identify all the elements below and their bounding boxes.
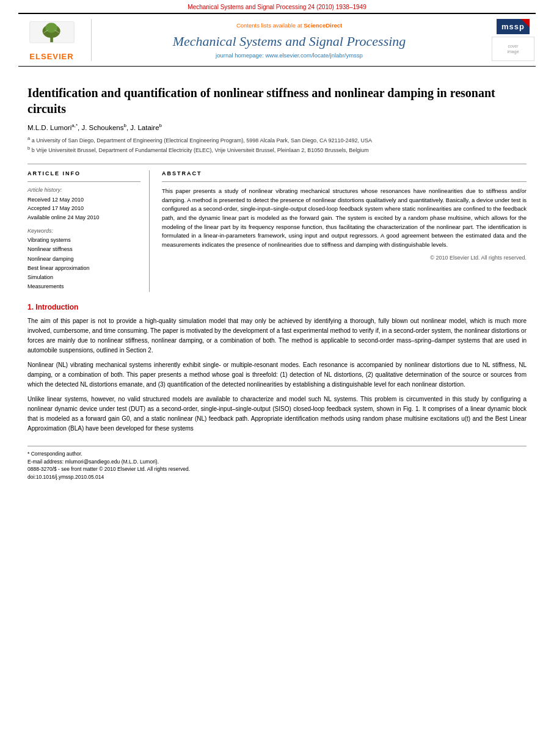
keyword-6: Measurements	[27, 282, 140, 291]
section-title: Introduction	[35, 303, 78, 311]
mssp-badge-section: mssp coverimage	[487, 19, 536, 61]
accepted-date: Accepted 17 May 2010	[27, 204, 140, 213]
article-dates: Received 12 May 2010 Accepted 17 May 201…	[27, 195, 140, 222]
homepage-url[interactable]: www.elsevier.com/locate/jnlabr/ymssp	[265, 52, 362, 59]
paper-title: Identification and quantification of non…	[27, 85, 527, 117]
homepage-label: journal homepage:	[216, 52, 264, 59]
article-history-label: Article history:	[27, 187, 140, 193]
section-number: 1.	[27, 303, 34, 311]
footnote-section: * Corresponding author. E-mail address: …	[27, 446, 527, 481]
article-info-divider	[27, 181, 140, 182]
journal-header: ELSEVIER Contents lists available at Sci…	[18, 13, 536, 67]
keywords-label: Keywords:	[27, 228, 140, 234]
article-info-column: ARTICLE INFO Article history: Received 1…	[27, 170, 150, 292]
mssp-cover-image: coverimage	[492, 37, 534, 61]
author-lumori: M.L.D. Lumori	[27, 124, 71, 131]
sciencedirect-line: Contents lists available at ScienceDirec…	[236, 22, 342, 29]
author-separator-2: , J. Lataire	[126, 124, 159, 131]
keyword-1: Vibrating systems	[27, 236, 140, 245]
authors-line: M.L.D. Lumoria,*, J. Schoukensb, J. Lata…	[27, 123, 527, 131]
two-column-section: ARTICLE INFO Article history: Received 1…	[27, 170, 527, 292]
affiliations: a a University of San Diego, Department …	[27, 135, 527, 155]
journal-title: Mechanical Systems and Signal Processing	[173, 34, 406, 49]
keyword-2: Nonlinear stiffness	[27, 245, 140, 254]
available-online-date: Available online 24 May 2010	[27, 213, 140, 222]
svg-point-3	[45, 23, 57, 32]
journal-info-center: Contents lists available at ScienceDirec…	[92, 19, 487, 61]
intro-paragraph-3: Unlike linear systems, however, no valid…	[27, 394, 527, 434]
issn-note: 0888-3270/$ - see front matter © 2010 El…	[27, 465, 527, 473]
header-divider	[27, 164, 527, 164]
copyright-line: © 2010 Elsevier Ltd. All rights reserved…	[162, 255, 527, 261]
keyword-4: Best linear approximation	[27, 264, 140, 273]
author-separator-1: , J. Schoukens	[78, 124, 123, 131]
author-lataire-sup: b	[159, 123, 162, 128]
intro-paragraph-2: Nonlinear (NL) vibrating mechanical syst…	[27, 360, 527, 390]
keywords-list: Vibrating systems Nonlinear stiffness No…	[27, 236, 140, 292]
affiliation-a: a a University of San Diego, Department …	[27, 135, 527, 145]
abstract-column: ABSTRACT This paper presents a study of …	[162, 170, 527, 292]
abstract-label: ABSTRACT	[162, 170, 527, 176]
introduction-body: The aim of this paper is not to provide …	[27, 316, 527, 434]
elsevier-logo-section: ELSEVIER	[18, 19, 92, 61]
journal-homepage: journal homepage: www.elsevier.com/locat…	[216, 52, 363, 59]
sciencedirect-brand[interactable]: ScienceDirect	[304, 22, 342, 29]
abstract-divider	[162, 181, 527, 182]
elsevier-tree-logo	[24, 19, 79, 49]
keyword-5: Simulation	[27, 273, 140, 282]
elsevier-brand: ELSEVIER	[29, 52, 73, 61]
affiliation-b: b b Vrije Universiteit Brussel, Departme…	[27, 145, 527, 155]
intro-paragraph-1: The aim of this paper is not to provide …	[27, 316, 527, 355]
received-date: Received 12 May 2010	[27, 195, 140, 204]
introduction-heading: 1. Introduction	[27, 303, 527, 311]
main-content: Identification and quantification of non…	[0, 67, 554, 493]
article-info-label: ARTICLE INFO	[27, 170, 140, 176]
corresponding-author-note: * Corresponding author.	[27, 450, 527, 458]
contents-available-text: Contents lists available at	[236, 22, 304, 29]
abstract-text: This paper presents a study of nonlinear…	[162, 187, 527, 250]
journal-citation: Mechanical Systems and Signal Processing…	[0, 0, 554, 13]
email-note: E-mail address: mlumori@sandiego.edu (M.…	[27, 458, 527, 466]
keyword-3: Nonlinear damping	[27, 255, 140, 264]
author-lumori-sup: a,*	[71, 123, 78, 128]
doi-note: doi:10.1016/j.ymssp.2010.05.014	[27, 473, 527, 481]
